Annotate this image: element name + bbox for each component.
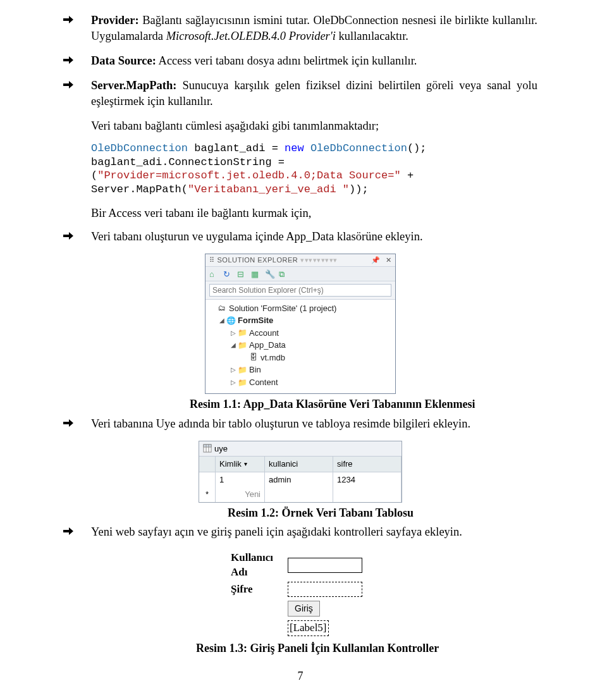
folder-icon: 📁 — [237, 365, 247, 375]
bullet-step-web: Yeni web sayfayı açın ve giriş paneli iç… — [63, 524, 537, 540]
bullet-step-appdata: Veri tabanı oluşturun ve uygulama içinde… — [63, 229, 537, 245]
folder-icon: 📁 — [237, 378, 247, 388]
uye-tab[interactable]: uye — [199, 441, 402, 457]
col-kimlik[interactable]: Kimlik▾ — [216, 457, 265, 472]
chevron-right-icon: ▷ — [230, 378, 237, 387]
copy-icon[interactable]: ⧉ — [279, 269, 289, 279]
page-number: 7 — [63, 668, 537, 684]
bullet-text: Provider: Bağlantı sağlayıcısının ismini… — [91, 13, 537, 44]
login-row-label5: [Label5] — [231, 620, 370, 636]
table-icon — [203, 444, 212, 453]
figure-login-panel: KullanıcıAdı Şifre Giriş [Label5] — [63, 549, 537, 638]
row-selector — [199, 472, 216, 488]
table-row[interactable]: 1 admin 1234 — [199, 472, 402, 488]
bullet-text: Veri tabanı oluşturun ve uygulama içinde… — [91, 229, 537, 245]
panel-titlebar: ⠿ SOLUTION EXPLORER ▾▾▾▾▾▾▾▾▾ 📌 ✕ — [205, 254, 395, 266]
showall-icon[interactable]: ▦ — [251, 269, 261, 279]
chevron-down-icon: ◢ — [230, 341, 237, 350]
arrow-icon — [63, 416, 91, 432]
figure-caption-2: Resim 1.2: Örnek Veri Tabanı Tablosu — [228, 505, 537, 520]
login-panel-mock: KullanıcıAdı Şifre Giriş [Label5] — [231, 549, 370, 638]
paragraph: Bir Access veri tabanı ile bağlantı kurm… — [91, 206, 537, 221]
tree-folder-appdata[interactable]: ◢ 📁 App_Data — [207, 339, 394, 352]
document-page: Provider: Bağlantı sağlayıcısının ismini… — [0, 0, 607, 696]
close-icon[interactable]: ✕ — [386, 256, 392, 264]
cell-kimlik: 1 — [216, 472, 265, 488]
tree-file-vtmdb[interactable]: 🗄 vt.mdb — [207, 352, 394, 364]
code-type: OleDbConnection — [91, 142, 188, 154]
svg-rect-1 — [204, 445, 211, 447]
table-row-new[interactable]: * Yeni — [199, 487, 402, 502]
label-sifre: Şifre — [231, 582, 288, 597]
tree-solution[interactable]: 🗂 Solution 'FormSite' (1 project) — [207, 302, 394, 315]
tree-folder-account[interactable]: ▷ 📁 Account — [207, 327, 394, 340]
arrow-icon — [63, 524, 91, 540]
database-icon: 🗄 — [248, 352, 259, 362]
panel-title: SOLUTION EXPLORER — [218, 255, 298, 265]
folder-icon: 📁 — [237, 328, 247, 338]
figure-solution-explorer: ⠿ SOLUTION EXPLORER ▾▾▾▾▾▾▾▾▾ 📌 ✕ ⌂ ↻ ⊟ … — [63, 254, 537, 395]
bullet-provider: Provider: Bağlantı sağlayıcısının ismini… — [63, 13, 537, 44]
tree-folder-bin[interactable]: ▷ 📁 Bin — [207, 364, 394, 376]
cell-sifre: 1234 — [333, 472, 402, 488]
globe-icon: 🌐 — [226, 316, 236, 326]
solution-tree: 🗂 Solution 'FormSite' (1 project) ◢ 🌐 Fo… — [205, 300, 395, 394]
col-sifre[interactable]: sifre — [333, 457, 402, 472]
bullet-text: Data Source: Access veri tabanı dosya ad… — [91, 53, 537, 69]
password-input[interactable] — [288, 582, 362, 597]
code-keyword: new — [285, 142, 304, 154]
term-mappath: Server.MapPath: — [91, 79, 176, 92]
arrow-icon — [63, 13, 91, 44]
dropdown-icon: ▾ — [244, 460, 247, 469]
collapse-icon[interactable]: ⊟ — [237, 269, 247, 279]
solution-explorer-panel: ⠿ SOLUTION EXPLORER ▾▾▾▾▾▾▾▾▾ 📌 ✕ ⌂ ↻ ⊟ … — [205, 254, 396, 395]
row-selector-header — [199, 457, 216, 472]
bullet-text: Yeni web sayfayı açın ve giriş paneli iç… — [91, 524, 537, 540]
bullet-text: Veri tabanına Uye adında bir tablo oluşt… — [91, 416, 537, 432]
arrow-icon — [63, 53, 91, 69]
login-row-btn: Giriş — [231, 599, 370, 618]
login-row-pass: Şifre — [231, 582, 370, 597]
solution-icon: 🗂 — [217, 303, 227, 313]
folder-icon: 📁 — [237, 340, 247, 350]
code-block: OleDbConnection baglant_adi = new OleDbC… — [91, 142, 537, 197]
chevron-right-icon: ▷ — [230, 329, 237, 338]
uye-table-panel: uye Kimlik▾ kullanici sifre 1 admin 1234… — [199, 441, 402, 503]
figure-caption-1: Resim 1.1: App_Data Klasörüne Veri Taban… — [190, 396, 537, 412]
chevron-right-icon: ▷ — [230, 365, 237, 374]
arrow-icon — [63, 229, 91, 245]
tree-folder-content[interactable]: ▷ 📁 Content — [207, 376, 394, 389]
bullet-text: Server.MapPath: Sunucuya karşılık gelen … — [91, 78, 537, 109]
properties-icon[interactable]: 🔧 — [265, 269, 275, 279]
search-input[interactable] — [209, 284, 391, 297]
code-string: "Veritabanı_yeri_ve_adi " — [188, 183, 349, 195]
chevron-down-icon: ◢ — [218, 316, 226, 325]
uye-header-row: Kimlik▾ kullanici sifre — [199, 457, 402, 472]
figure-uye-table: uye Kimlik▾ kullanici sifre 1 admin 1234… — [63, 441, 537, 503]
cell-kullanici: admin — [265, 472, 333, 488]
login-row-user: KullanıcıAdı — [231, 551, 370, 580]
panel-toolbar: ⌂ ↻ ⊟ ▦ 🔧 ⧉ — [205, 266, 395, 281]
figure-caption-3: Resim 1.3: Giriş Paneli İçin Kullanılan … — [196, 641, 537, 656]
term-provider: Provider: — [91, 14, 139, 27]
panel-search — [205, 281, 395, 300]
pin-icon[interactable]: 📌 — [371, 256, 381, 264]
bullet-step-uye: Veri tabanına Uye adında bir tablo oluşt… — [63, 416, 537, 432]
cell-new: Yeni — [216, 487, 265, 502]
username-input[interactable] — [288, 558, 362, 573]
label-kullanici-adi: KullanıcıAdı — [231, 551, 288, 580]
login-button[interactable]: Giriş — [288, 601, 320, 617]
refresh-icon[interactable]: ↻ — [223, 269, 233, 279]
bullet-mappath: Server.MapPath: Sunucuya karşılık gelen … — [63, 78, 537, 109]
label5-placeholder: [Label5] — [288, 620, 329, 636]
uye-tab-label: uye — [214, 443, 228, 455]
paragraph: Veri tabanı bağlantı cümlesi aşağıdaki g… — [91, 118, 537, 134]
col-kullanici[interactable]: kullanici — [265, 457, 333, 472]
code-string: "Provider=microsoft.jet.oledb.4.0;Data S… — [97, 169, 400, 181]
home-icon[interactable]: ⌂ — [209, 269, 219, 279]
arrow-icon — [63, 78, 91, 109]
new-row-icon: * — [199, 487, 216, 502]
bullet-datasource: Data Source: Access veri tabanı dosya ad… — [63, 53, 537, 69]
tree-project[interactable]: ◢ 🌐 FormSite — [207, 314, 394, 327]
term-datasource: Data Source: — [91, 54, 156, 67]
